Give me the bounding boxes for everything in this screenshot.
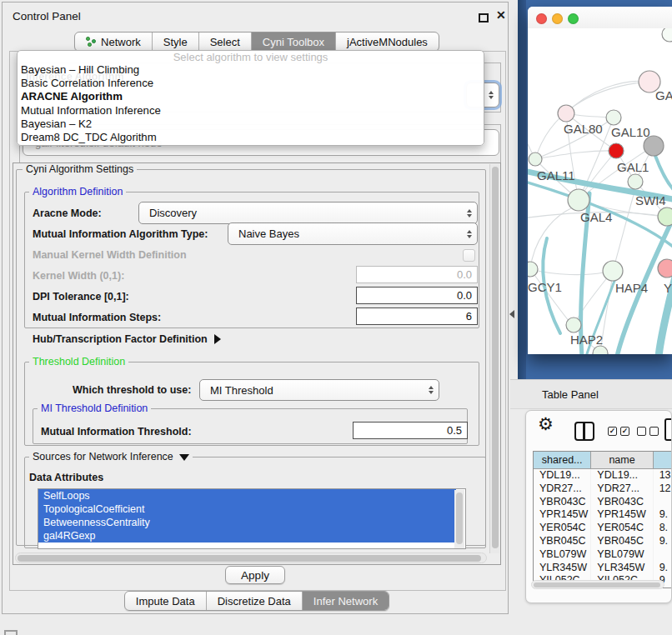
network-window-titlebar[interactable] xyxy=(528,7,672,28)
unchecked-checkbox-icon xyxy=(637,427,646,436)
network-edge xyxy=(530,208,571,269)
network-edge xyxy=(566,81,649,113)
window-title: Control Panel xyxy=(13,10,81,22)
network-node-gal10[interactable] xyxy=(606,110,621,125)
node-label-gcy1: GCY1 xyxy=(528,280,562,294)
hub-definition-toggle[interactable]: Hub/Transcription Factor Definition xyxy=(33,333,221,345)
tab-infer-network[interactable]: Infer Network xyxy=(302,592,389,610)
column-header-name[interactable]: name xyxy=(591,452,653,468)
vertical-scrollbar[interactable] xyxy=(489,164,499,553)
network-edge xyxy=(530,269,604,275)
table-row[interactable]: YPR145WYPR145W9. xyxy=(534,508,672,522)
network-node-hap2[interactable] xyxy=(566,318,581,332)
dropdown-item-dream8-dc-tdc-algorithm[interactable]: Dream8 DC_TDC Algorithm xyxy=(18,131,484,144)
minimized-panel-icon[interactable] xyxy=(4,630,18,635)
network-node-gal80[interactable] xyxy=(558,105,574,122)
dropdown-item-basic-correlation-inference[interactable]: Basic Correlation Inference xyxy=(18,77,484,90)
dropdown-item-mutual-information-inference[interactable]: Mutual Information Inference xyxy=(18,104,484,118)
checked-checkbox-icon: ✓ xyxy=(620,427,629,436)
network-view-window[interactable]: GAL7GAL80GAL10GAL1GAL11GAL4SWI4GCY1HAP4Y… xyxy=(528,7,672,354)
table-panel-title: Table Panel xyxy=(542,388,599,401)
dropdown-item-aracne-algorithm[interactable]: ARACNE Algorithm xyxy=(18,90,484,103)
table-cell: YER054C xyxy=(591,522,653,535)
table-horizontal-scrollbar[interactable] xyxy=(531,580,664,589)
node-label-gal10: GAL10 xyxy=(611,125,650,139)
node-label-gal11: GAL11 xyxy=(537,168,575,182)
manual-kernel-label: Manual Kernel Width Definition xyxy=(33,249,187,261)
mi-steps-field[interactable]: 6 xyxy=(356,308,478,325)
cyni-settings-group-title: Cyni Algorithm Settings xyxy=(23,163,137,175)
attribute-item-selfloops[interactable]: SelfLoops xyxy=(38,489,456,502)
scrollbar-thumb[interactable] xyxy=(492,167,499,548)
sources-group-title[interactable]: Sources for Network Inference xyxy=(29,451,193,462)
table-row[interactable]: YDL19...YDL19...13 xyxy=(534,469,672,482)
mi-type-label: Mutual Information Algorithm Type: xyxy=(33,228,208,240)
list-scrollbar[interactable] xyxy=(454,490,464,549)
dropdown-item-bayesian-k2[interactable]: Bayesian – K2 xyxy=(18,118,484,131)
table-row[interactable]: YDR27...YDR27...12 xyxy=(534,482,672,496)
aracne-mode-combo[interactable]: Discovery xyxy=(138,202,478,224)
mi-threshold-field[interactable]: 0.5 xyxy=(353,422,468,439)
zoom-traffic-light[interactable] xyxy=(568,13,579,24)
manual-kernel-checkbox[interactable] xyxy=(463,249,475,262)
panel-divider-arrow-icon[interactable] xyxy=(509,310,514,318)
network-node-gal1[interactable] xyxy=(628,174,643,189)
column-view-icon[interactable] xyxy=(574,422,594,441)
tab-jactivemnodules[interactable]: jActiveMNodules xyxy=(335,32,439,51)
horizontal-scrollbar-thumb[interactable] xyxy=(18,555,481,562)
column-header-col3[interactable] xyxy=(654,452,672,468)
network-node-hap4[interactable] xyxy=(603,261,623,281)
node-label-hap2: HAP2 xyxy=(570,332,603,347)
attribute-item-gal4rgexp[interactable]: gal4RGexp xyxy=(38,529,456,542)
tab-network[interactable]: Network xyxy=(75,32,152,51)
float-window-icon[interactable] xyxy=(479,13,489,22)
network-node-node-bottom[interactable] xyxy=(593,346,608,354)
show-columns-icon[interactable]: ✓ ✓ xyxy=(608,427,629,436)
which-threshold-label: Which threshold to use: xyxy=(73,384,191,396)
tab-discretize-data[interactable]: Discretize Data xyxy=(206,592,302,610)
table-row[interactable]: YLR345WYLR345W9. xyxy=(534,562,672,575)
horizontal-scrollbar[interactable] xyxy=(15,552,487,563)
network-node-gal11[interactable] xyxy=(529,152,542,166)
gear-icon[interactable]: ⚙ xyxy=(538,414,554,434)
kernel-width-field[interactable]: 0.0 xyxy=(356,266,478,283)
close-traffic-light[interactable] xyxy=(536,13,547,24)
tab-impute-data[interactable]: Impute Data xyxy=(125,592,206,610)
close-icon[interactable]: ✕ xyxy=(496,8,506,22)
mi-type-combo[interactable]: Naive Bayes xyxy=(228,222,478,245)
node-label-swi4: SWI4 xyxy=(635,193,666,208)
column-header-shared[interactable]: shared... xyxy=(534,452,591,468)
network-node-gal4[interactable] xyxy=(568,189,589,211)
network-node-swi4[interactable] xyxy=(658,208,672,226)
minimize-traffic-light[interactable] xyxy=(552,13,563,24)
table-row[interactable]: YER054CYER054C8. xyxy=(534,522,672,535)
document-icon[interactable] xyxy=(664,418,672,441)
tab-label: Select xyxy=(210,36,240,48)
table-row[interactable]: YBR043CYBR043C xyxy=(534,496,672,509)
network-node-node-top[interactable] xyxy=(662,28,672,42)
which-threshold-combo[interactable]: MI Threshold xyxy=(199,379,439,401)
attribute-item-betweennesscentrality[interactable]: BetweennessCentrality xyxy=(38,516,456,529)
data-attributes-list[interactable]: SelfLoopsTopologicalCoefficientBetweenne… xyxy=(38,488,466,549)
table-cell: YPR145W xyxy=(591,508,653,522)
attribute-item-topologicalcoefficient[interactable]: TopologicalCoefficient xyxy=(38,502,456,516)
dropdown-item-bayesian-hill-climbing[interactable]: Bayesian – Hill Climbing xyxy=(18,63,484,77)
table-cell: 9. xyxy=(654,562,672,575)
network-node-gray-node[interactable] xyxy=(644,136,664,156)
dpi-tolerance-field[interactable]: 0.0 xyxy=(356,287,478,304)
table-scrollbar-thumb[interactable] xyxy=(534,582,660,588)
list-scrollbar-thumb[interactable] xyxy=(456,492,463,544)
top-tab-bar: NetworkStyleSelectCyni ToolboxjActiveMNo… xyxy=(4,32,509,52)
network-canvas[interactable]: GAL7GAL80GAL10GAL1GAL11GAL4SWI4GCY1HAP4Y… xyxy=(528,28,672,354)
tab-cyni-toolbox[interactable]: Cyni Toolbox xyxy=(251,32,335,51)
tab-select[interactable]: Select xyxy=(198,32,251,51)
network-node-red-node[interactable] xyxy=(609,143,624,158)
network-node-gcy1[interactable] xyxy=(528,262,538,277)
network-node-y-node[interactable] xyxy=(658,259,672,278)
table-row[interactable]: YBR045CYBR045C9. xyxy=(534,535,672,548)
hide-columns-icon[interactable] xyxy=(637,427,659,436)
table-row[interactable]: YBL079WYBL079W xyxy=(534,548,672,562)
table-cell: YER054C xyxy=(534,522,591,535)
tab-style[interactable]: Style xyxy=(152,32,198,51)
apply-button[interactable]: Apply xyxy=(225,566,285,584)
